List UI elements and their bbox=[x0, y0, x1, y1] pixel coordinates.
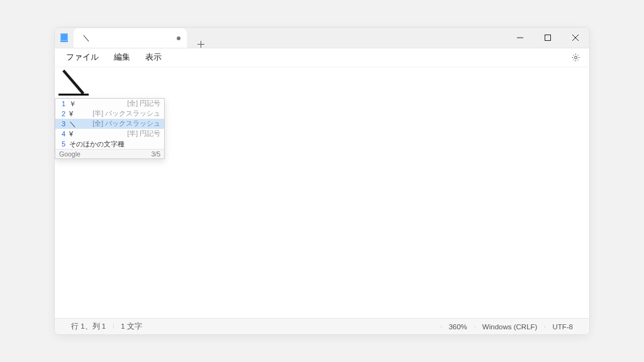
minimize-button[interactable] bbox=[506, 28, 534, 48]
notepad-window: ＼ ファイル 編集 表示 bbox=[54, 27, 590, 335]
ime-candidate-description: [全] バックスラッシュ bbox=[92, 119, 160, 128]
ime-candidate-text: そのほかの文字種 bbox=[69, 140, 125, 149]
document-tab-title: ＼ bbox=[82, 33, 90, 43]
app-icon-slot bbox=[55, 28, 74, 48]
settings-button[interactable] bbox=[567, 49, 584, 67]
ime-candidate-index: 3 bbox=[59, 120, 65, 128]
status-encoding[interactable]: UTF-8 bbox=[545, 323, 580, 331]
status-charcount[interactable]: 1 文字 bbox=[113, 322, 150, 331]
ime-candidate-description: [半] 円記号 bbox=[127, 129, 160, 138]
menu-file[interactable]: ファイル bbox=[60, 50, 105, 65]
svg-point-1 bbox=[574, 57, 577, 59]
notepad-icon bbox=[60, 33, 68, 42]
ime-page-indicator: 3/5 bbox=[151, 150, 160, 158]
status-position[interactable]: 行 1、列 1 bbox=[64, 322, 113, 331]
ime-candidate-index: 4 bbox=[59, 130, 65, 138]
ime-composition-text: ＼ bbox=[58, 67, 89, 94]
svg-rect-0 bbox=[545, 35, 551, 41]
ime-candidate-row[interactable]: 1 ￥ [全] 円記号 bbox=[55, 99, 164, 109]
ime-candidate-row[interactable]: 4 ¥ [半] 円記号 bbox=[55, 129, 164, 139]
ime-footer: Google 3/5 bbox=[55, 149, 164, 158]
unsaved-indicator-icon bbox=[177, 36, 180, 40]
ime-candidate-row[interactable]: 5 そのほかの文字種 bbox=[55, 139, 164, 149]
ime-candidate-index: 1 bbox=[59, 100, 65, 107]
ime-candidate-text: ＼ bbox=[69, 119, 80, 129]
titlebar: ＼ bbox=[55, 28, 589, 48]
statusbar: 行 1、列 1 1 文字 360% Windows (CRLF) UTF-8 bbox=[55, 318, 589, 334]
close-icon bbox=[572, 35, 579, 41]
ime-candidate-text: ￥ bbox=[69, 99, 80, 109]
gear-icon bbox=[571, 53, 580, 62]
status-zoom[interactable]: 360% bbox=[441, 323, 474, 331]
ime-composition-underline: ＼ bbox=[58, 67, 89, 96]
ime-candidate-description: [半] バックスラッシュ bbox=[92, 109, 160, 118]
ime-candidate-row[interactable]: 2 ¥ [半] バックスラッシュ bbox=[55, 109, 164, 119]
editor-content: ＼ bbox=[58, 69, 89, 96]
editor-area[interactable]: ＼ 1 ￥ [全] 円記号 2 ¥ [半] バックスラッシュ 3 ＼ [全] バ… bbox=[55, 67, 589, 318]
document-tab[interactable]: ＼ bbox=[74, 28, 187, 48]
ime-candidate-description: [全] 円記号 bbox=[127, 99, 160, 108]
status-line-ending[interactable]: Windows (CRLF) bbox=[475, 323, 545, 331]
ime-provider-label: Google bbox=[59, 150, 80, 158]
ime-candidate-text: ¥ bbox=[69, 110, 80, 118]
ime-candidate-window: 1 ￥ [全] 円記号 2 ¥ [半] バックスラッシュ 3 ＼ [全] バック… bbox=[55, 98, 165, 159]
menubar: ファイル 編集 表示 bbox=[55, 48, 589, 67]
menu-edit[interactable]: 編集 bbox=[108, 50, 136, 65]
maximize-icon bbox=[545, 35, 551, 41]
close-button[interactable] bbox=[562, 28, 589, 48]
tab-strip: ＼ bbox=[74, 28, 209, 48]
ime-candidate-index: 2 bbox=[59, 110, 65, 118]
titlebar-drag-region[interactable] bbox=[209, 28, 506, 48]
maximize-button[interactable] bbox=[534, 28, 562, 48]
ime-candidate-index: 5 bbox=[59, 140, 65, 148]
new-tab-button[interactable] bbox=[192, 41, 209, 48]
ime-candidate-text: ¥ bbox=[69, 130, 80, 138]
window-controls bbox=[506, 28, 589, 48]
menu-view[interactable]: 表示 bbox=[139, 50, 168, 65]
minimize-icon bbox=[517, 35, 523, 41]
plus-icon bbox=[197, 41, 204, 48]
ime-candidate-row[interactable]: 3 ＼ [全] バックスラッシュ bbox=[55, 119, 164, 129]
